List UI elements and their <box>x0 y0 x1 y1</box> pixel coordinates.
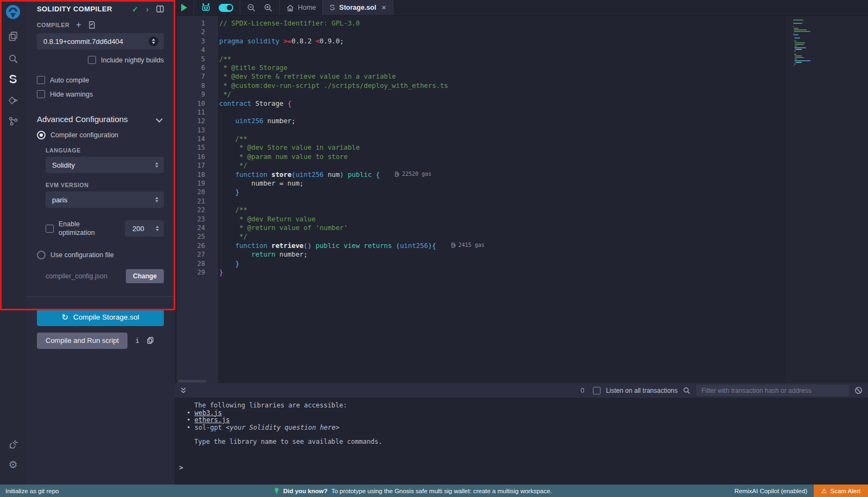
transaction-filter-input[interactable] <box>696 385 849 396</box>
compiler-configuration-radio-row[interactable]: Compiler configuration <box>37 131 164 139</box>
code-line[interactable]: */ <box>219 233 786 241</box>
code-line[interactable]: * @return value of 'number' <box>219 224 786 233</box>
run-script-play-icon[interactable] <box>181 4 187 11</box>
code-line[interactable]: * @dev Store & retrieve value in a varia… <box>219 73 786 81</box>
code-line[interactable]: // SPDX-License-Identifier: GPL-3.0 <box>219 20 786 28</box>
code-line[interactable]: /** <box>219 55 786 64</box>
editor-toolbar: Home Storage.sol × <box>175 0 868 16</box>
code-line[interactable]: } <box>219 188 786 197</box>
horizontal-scrollbar[interactable] <box>178 380 206 383</box>
tab-home[interactable]: Home <box>280 0 322 15</box>
terminal-prompt[interactable]: > <box>175 463 868 471</box>
code-line[interactable]: /** <box>219 206 786 215</box>
zoom-out-icon[interactable] <box>247 3 256 12</box>
code-line[interactable]: * @param num value to store <box>219 153 786 162</box>
optimization-runs-input[interactable]: 200 <box>125 220 164 237</box>
code-line[interactable]: return number; <box>219 251 786 259</box>
code-line[interactable] <box>219 46 786 55</box>
scam-alert-badge[interactable]: ⚠ Scam Alert <box>814 485 868 497</box>
compile-and-run-button[interactable]: Compile and Run script <box>37 333 127 349</box>
hide-warnings-checkbox[interactable] <box>37 90 45 98</box>
include-nightly-checkbox-row[interactable]: Include nightly builds <box>37 56 164 64</box>
enable-optimization-checkbox[interactable] <box>46 225 54 233</box>
code-line[interactable]: */ <box>219 91 786 99</box>
plugin-manager-icon[interactable] <box>0 435 26 454</box>
hide-warnings-checkbox-row[interactable]: Hide warnings <box>37 90 164 98</box>
close-tab-icon[interactable]: × <box>381 3 386 12</box>
terminal-line: The following libraries are accessible: <box>179 402 868 410</box>
line-number: 23 <box>177 215 218 224</box>
use-configuration-file-radio-row[interactable]: Use configuration file <box>37 251 164 259</box>
compiler-version-select[interactable]: 0.8.19+commit.7dd6d404 <box>37 33 164 49</box>
evm-version-select[interactable]: paris <box>46 192 164 208</box>
git-init-button[interactable]: Initialize as git repo <box>5 488 59 494</box>
evm-version-value: paris <box>52 196 155 204</box>
code-line[interactable]: uint256 number; <box>219 117 786 126</box>
copilot-toggle[interactable] <box>219 4 233 12</box>
line-number: 2 <box>177 28 218 37</box>
remix-logo[interactable] <box>0 2 26 23</box>
terminal-search-icon[interactable] <box>683 387 691 394</box>
collapse-panel-icon[interactable]: › <box>146 4 149 14</box>
deploy-and-run-icon[interactable] <box>0 91 26 111</box>
code-line[interactable] <box>219 109 786 117</box>
add-compiler-icon[interactable]: + <box>76 22 81 28</box>
code-line[interactable]: * @title Storage <box>219 64 786 73</box>
code-line[interactable]: */ <box>219 162 786 170</box>
runs-stepper-icon[interactable] <box>156 226 159 231</box>
code-line[interactable]: pragma solidity >=0.8.2 <0.9.0; <box>219 37 786 46</box>
listen-transactions-checkbox[interactable] <box>593 387 601 394</box>
open-compiler-window-icon[interactable] <box>88 21 95 29</box>
code-line[interactable]: function retrieve() public view returns … <box>219 242 786 251</box>
change-config-button[interactable]: Change <box>126 269 164 283</box>
status-bar: Initialize as git repo Did you know? To … <box>0 485 868 497</box>
gas-estimate-badge: 2415 gas <box>451 242 484 248</box>
line-number: 3 <box>177 37 218 46</box>
code-line[interactable]: } <box>219 269 786 277</box>
warning-icon: ⚠ <box>821 487 827 495</box>
code-line[interactable] <box>219 197 786 206</box>
version-select-arrows-icon <box>149 36 158 46</box>
copy-icon[interactable] <box>147 337 154 344</box>
compile-button[interactable]: ↻ Compile Storage.sol <box>37 309 164 326</box>
code-line[interactable]: function store(uint256 num) public {2252… <box>219 171 786 180</box>
language-select[interactable]: Solidity <box>46 157 164 173</box>
library-link[interactable]: ethers.js <box>194 416 229 424</box>
info-icon[interactable]: i <box>135 336 139 345</box>
auto-compile-checkbox[interactable] <box>37 76 45 84</box>
ai-copilot-robot-icon[interactable] <box>201 3 211 12</box>
expand-terminal-icon[interactable] <box>180 387 187 394</box>
solidity-compiler-icon[interactable] <box>0 69 26 89</box>
zoom-in-icon[interactable] <box>264 3 273 12</box>
git-icon[interactable] <box>0 111 26 131</box>
compiler-version-value: 0.8.19+commit.7dd6d404 <box>43 37 149 46</box>
search-icon[interactable] <box>0 49 26 68</box>
include-nightly-checkbox[interactable] <box>88 56 96 64</box>
code-line[interactable]: * @dev Return value <box>219 215 786 224</box>
line-number: 1 <box>177 20 218 28</box>
home-icon <box>286 4 294 11</box>
minimap[interactable] <box>786 16 868 383</box>
code-line[interactable]: number = num; <box>219 180 786 188</box>
code-line[interactable]: * @custom:dev-run-script ./scripts/deplo… <box>219 82 786 91</box>
code-line[interactable]: /** <box>219 135 786 144</box>
code-editor[interactable]: 1234567891011121314151617181920212223242… <box>175 16 868 383</box>
code-line[interactable]: contract Storage { <box>219 100 786 109</box>
pin-panel-icon[interactable] <box>156 5 164 12</box>
file-explorer-icon[interactable] <box>0 26 26 46</box>
settings-icon[interactable]: ⚙ <box>0 455 26 474</box>
advanced-configurations-toggle[interactable]: Advanced Configurations <box>37 114 164 124</box>
tab-storage-sol[interactable]: Storage.sol × <box>323 0 393 15</box>
clear-console-icon[interactable] <box>854 386 863 394</box>
copilot-status[interactable]: RemixAI Copilot (enabled) <box>735 488 807 494</box>
line-number: 10 <box>177 100 218 109</box>
library-link[interactable]: web3.js <box>194 409 222 417</box>
compiler-configuration-radio[interactable] <box>37 131 46 139</box>
chevron-down-icon <box>156 116 163 123</box>
code-line[interactable]: * @dev Store value in variable <box>219 144 786 152</box>
code-line[interactable]: } <box>219 260 786 269</box>
use-configuration-file-radio[interactable] <box>37 251 46 259</box>
auto-compile-checkbox-row[interactable]: Auto compile <box>37 76 164 84</box>
code-line[interactable] <box>219 126 786 135</box>
code-line[interactable] <box>219 28 786 37</box>
